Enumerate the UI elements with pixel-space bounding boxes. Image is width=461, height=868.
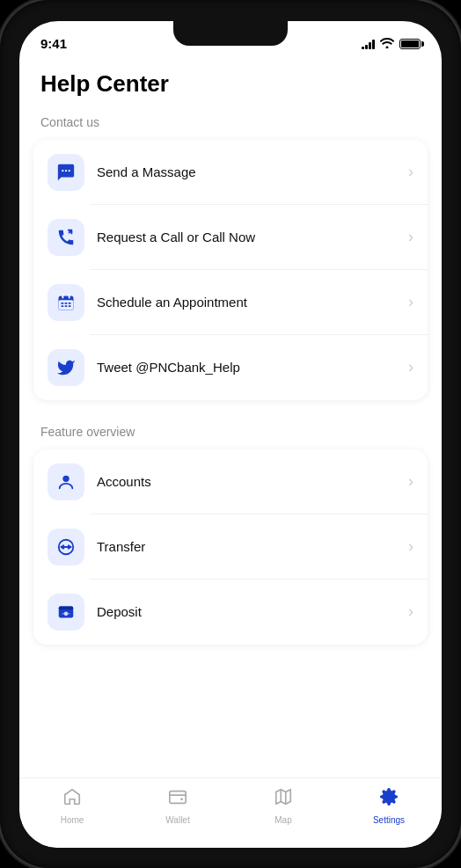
chevron-icon-call: › bbox=[408, 228, 413, 246]
menu-text-deposit: Deposit bbox=[97, 604, 408, 619]
menu-item-message[interactable]: Send a Massage › bbox=[33, 140, 428, 205]
status-time: 9:41 bbox=[40, 36, 67, 51]
deposit-icon bbox=[48, 594, 84, 631]
svg-point-2 bbox=[69, 170, 70, 171]
svg-rect-7 bbox=[62, 303, 64, 304]
svg-point-19 bbox=[180, 798, 183, 800]
section-label-contact: Contact us bbox=[19, 105, 442, 136]
svg-rect-18 bbox=[170, 791, 186, 803]
chevron-icon-accounts: › bbox=[408, 472, 413, 491]
svg-point-1 bbox=[65, 170, 67, 171]
chevron-icon-deposit: › bbox=[408, 602, 413, 621]
menu-text-transfer: Transfer bbox=[97, 539, 408, 554]
contact-menu-card: Send a Massage › Request a Call or Call … bbox=[33, 140, 428, 400]
svg-rect-10 bbox=[62, 305, 64, 307]
phone-frame: 9:41 Help Center bbox=[0, 0, 461, 868]
nav-label-home: Home bbox=[61, 815, 84, 825]
features-menu-card: Accounts › Transfer › bbox=[33, 449, 428, 645]
wallet-nav-icon bbox=[168, 787, 187, 812]
menu-text-accounts: Accounts bbox=[97, 474, 408, 489]
section-label-features: Feature overview bbox=[19, 414, 442, 446]
transfer-icon bbox=[48, 529, 84, 565]
map-nav-icon bbox=[274, 787, 293, 812]
wifi-icon bbox=[380, 37, 394, 51]
nav-item-settings[interactable]: Settings bbox=[336, 787, 442, 825]
svg-rect-12 bbox=[69, 305, 71, 307]
chevron-icon-twitter: › bbox=[408, 358, 413, 376]
menu-text-message: Send a Massage bbox=[97, 164, 408, 179]
nav-item-map[interactable]: Map bbox=[230, 787, 336, 825]
nav-item-home[interactable]: Home bbox=[19, 787, 125, 825]
svg-point-13 bbox=[62, 475, 69, 481]
notch bbox=[173, 21, 288, 46]
nav-label-wallet: Wallet bbox=[165, 815, 189, 825]
svg-rect-6 bbox=[59, 300, 74, 310]
message-icon bbox=[48, 154, 84, 191]
home-nav-icon bbox=[62, 787, 82, 812]
accounts-icon bbox=[48, 463, 84, 500]
battery-icon bbox=[399, 39, 421, 49]
chevron-icon-message: › bbox=[408, 163, 413, 181]
status-icons bbox=[362, 37, 421, 51]
calendar-icon bbox=[48, 284, 84, 321]
nav-label-settings: Settings bbox=[373, 815, 405, 825]
menu-item-appointment[interactable]: Schedule an Appointment › bbox=[33, 270, 428, 335]
svg-rect-16 bbox=[59, 606, 74, 609]
svg-point-0 bbox=[62, 170, 63, 171]
svg-rect-9 bbox=[69, 303, 71, 304]
phone-screen: 9:41 Help Center bbox=[19, 21, 442, 848]
svg-rect-8 bbox=[65, 303, 68, 304]
nav-label-map: Map bbox=[274, 815, 291, 825]
menu-item-twitter[interactable]: Tweet @PNCbank_Help › bbox=[33, 335, 428, 400]
bottom-nav: Home Wallet bbox=[19, 777, 442, 848]
menu-item-call[interactable]: Request a Call or Call Now › bbox=[33, 205, 428, 270]
svg-point-17 bbox=[64, 611, 69, 616]
screen-content: Help Center Contact us Send a Massage › bbox=[19, 60, 442, 848]
svg-rect-11 bbox=[65, 305, 68, 307]
menu-text-twitter: Tweet @PNCbank_Help bbox=[97, 360, 408, 375]
menu-item-deposit[interactable]: Deposit › bbox=[33, 580, 428, 645]
settings-nav-icon bbox=[379, 787, 399, 812]
page-title: Help Center bbox=[19, 60, 442, 105]
chevron-icon-transfer: › bbox=[408, 537, 413, 556]
menu-item-transfer[interactable]: Transfer › bbox=[33, 514, 428, 580]
nav-item-wallet[interactable]: Wallet bbox=[125, 787, 230, 825]
menu-item-accounts[interactable]: Accounts › bbox=[33, 449, 428, 514]
signal-bars-icon bbox=[362, 39, 375, 49]
menu-text-call: Request a Call or Call Now bbox=[97, 230, 408, 244]
call-icon bbox=[48, 219, 84, 256]
menu-text-appointment: Schedule an Appointment bbox=[97, 295, 408, 310]
twitter-icon bbox=[48, 349, 84, 386]
chevron-icon-appointment: › bbox=[408, 293, 413, 311]
